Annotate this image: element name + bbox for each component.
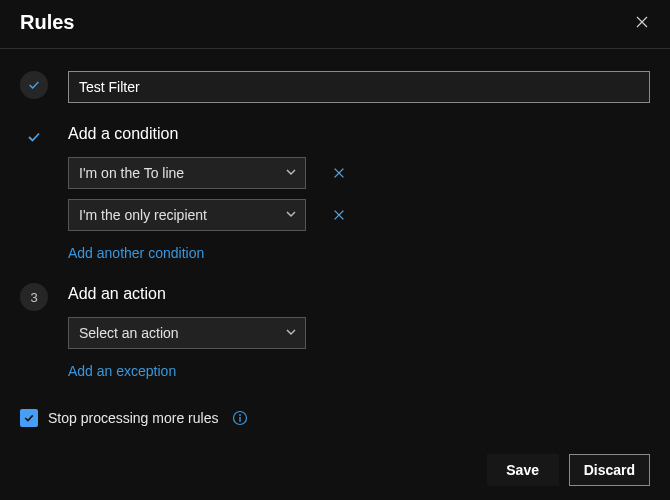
condition-row-2: I'm the only recipient <box>68 199 650 231</box>
dialog-actions: Save Discard <box>487 454 650 486</box>
action-select[interactable]: Select an action <box>68 317 306 349</box>
save-button[interactable]: Save <box>487 454 559 486</box>
action-title: Add an action <box>68 285 650 303</box>
condition-row-1: I'm on the To line <box>68 157 650 189</box>
chevron-down-icon <box>285 165 297 181</box>
dialog-title: Rules <box>20 11 74 34</box>
svg-point-1 <box>240 414 242 416</box>
step-3-indicator: 3 <box>20 283 48 311</box>
chevron-down-icon <box>285 207 297 223</box>
rule-name-row <box>20 71 650 103</box>
step-1-indicator <box>20 71 48 99</box>
action-section: 3 Add an action Select an action Add an … <box>20 283 650 381</box>
condition-select-2-value: I'm the only recipient <box>79 207 207 223</box>
condition-section: Add a condition I'm on the To line I'm t… <box>20 123 650 263</box>
close-icon <box>332 166 346 180</box>
info-icon[interactable] <box>232 410 248 426</box>
stop-processing-label: Stop processing more rules <box>48 410 218 426</box>
discard-button[interactable]: Discard <box>569 454 650 486</box>
close-button[interactable] <box>630 10 654 34</box>
condition-title: Add a condition <box>68 125 650 143</box>
check-icon <box>27 78 41 92</box>
step-2-indicator <box>20 123 48 151</box>
svg-rect-2 <box>240 417 241 422</box>
condition-select-2[interactable]: I'm the only recipient <box>68 199 306 231</box>
close-icon <box>332 208 346 222</box>
dialog-header: Rules <box>0 0 670 49</box>
remove-condition-1-button[interactable] <box>328 162 350 184</box>
add-condition-link[interactable]: Add another condition <box>68 243 204 263</box>
rule-name-input[interactable] <box>68 71 650 103</box>
stop-processing-checkbox[interactable] <box>20 409 38 427</box>
close-icon <box>634 14 650 30</box>
action-select-value: Select an action <box>79 325 179 341</box>
action-row: Select an action <box>68 317 650 349</box>
stop-processing-row: Stop processing more rules <box>0 409 670 427</box>
remove-condition-2-button[interactable] <box>328 204 350 226</box>
chevron-down-icon <box>285 325 297 341</box>
add-exception-link[interactable]: Add an exception <box>68 361 176 381</box>
check-icon <box>26 129 42 145</box>
check-icon <box>23 412 35 424</box>
condition-select-1[interactable]: I'm on the To line <box>68 157 306 189</box>
condition-select-1-value: I'm on the To line <box>79 165 184 181</box>
